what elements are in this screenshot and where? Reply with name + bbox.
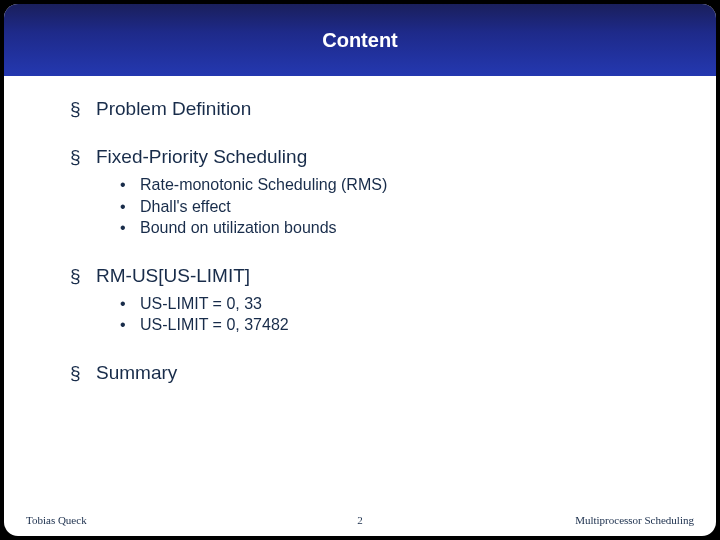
slide: Content Problem Definition Fixed-Priorit… bbox=[4, 4, 716, 536]
item-label: US-LIMIT = 0, 37482 bbox=[140, 316, 289, 333]
sublist: US-LIMIT = 0, 33 US-LIMIT = 0, 37482 bbox=[120, 293, 696, 336]
list-item: Rate-monotonic Scheduling (RMS) bbox=[120, 174, 696, 196]
list-item: RM-US[US-LIMIT] US-LIMIT = 0, 33 US-LIMI… bbox=[70, 265, 696, 336]
slide-footer: Tobias Queck 2 Multiprocessor Scheduling bbox=[4, 514, 716, 526]
list-item: US-LIMIT = 0, 37482 bbox=[120, 314, 696, 336]
list-item: Fixed-Priority Scheduling Rate-monotonic… bbox=[70, 146, 696, 239]
item-label: Rate-monotonic Scheduling (RMS) bbox=[140, 176, 387, 193]
item-label: Dhall's effect bbox=[140, 198, 231, 215]
footer-topic: Multiprocessor Scheduling bbox=[575, 514, 694, 526]
footer-page-number: 2 bbox=[357, 514, 363, 526]
slide-body: Problem Definition Fixed-Priority Schedu… bbox=[4, 76, 716, 384]
item-label: Fixed-Priority Scheduling bbox=[96, 146, 307, 167]
list-item: Dhall's effect bbox=[120, 196, 696, 218]
item-label: RM-US[US-LIMIT] bbox=[96, 265, 250, 286]
footer-author: Tobias Queck bbox=[26, 514, 87, 526]
list-item: Summary bbox=[70, 362, 696, 384]
item-label: US-LIMIT = 0, 33 bbox=[140, 295, 262, 312]
slide-title: Content bbox=[322, 29, 398, 52]
list-item: Bound on utilization bounds bbox=[120, 217, 696, 239]
sublist: Rate-monotonic Scheduling (RMS) Dhall's … bbox=[120, 174, 696, 239]
list-item: US-LIMIT = 0, 33 bbox=[120, 293, 696, 315]
item-label: Bound on utilization bounds bbox=[140, 219, 337, 236]
outline-list: Problem Definition Fixed-Priority Schedu… bbox=[70, 98, 696, 384]
item-label: Summary bbox=[96, 362, 177, 383]
item-label: Problem Definition bbox=[96, 98, 251, 119]
list-item: Problem Definition bbox=[70, 98, 696, 120]
slide-header: Content bbox=[4, 4, 716, 76]
